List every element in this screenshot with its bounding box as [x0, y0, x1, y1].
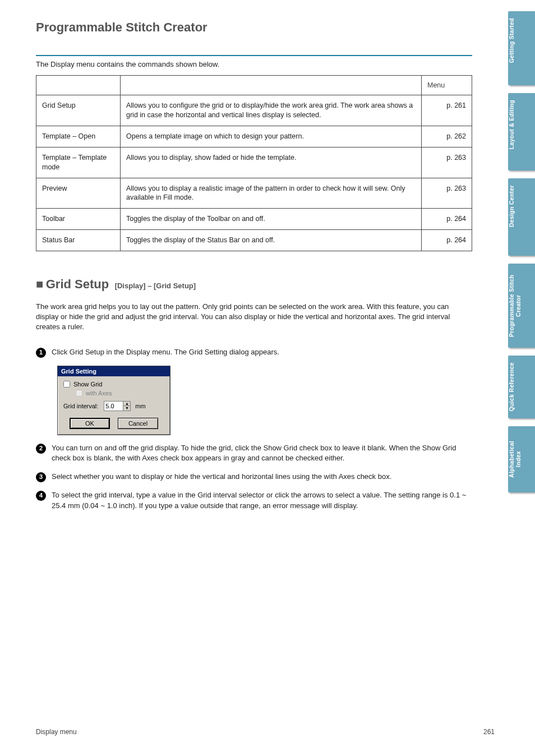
- side-tab-label: Alphabetical Index: [508, 426, 522, 492]
- cell-page: p. 264: [422, 209, 472, 230]
- side-tab[interactable]: Quick Reference: [508, 356, 535, 418]
- section-anchor: ■: [36, 277, 43, 291]
- table-row: PreviewAllows you to display a realistic…: [36, 178, 472, 209]
- checkbox-icon[interactable]: [63, 381, 70, 388]
- interval-label: Grid interval:: [63, 403, 98, 409]
- th-blank2: [121, 76, 422, 95]
- th-blank1: [36, 76, 121, 95]
- interval-spinner[interactable]: ▲ ▼: [104, 401, 131, 411]
- title-rule: [36, 55, 472, 56]
- side-tab-label: Layout & Editing: [508, 93, 515, 156]
- step-bullet: 1: [36, 348, 46, 358]
- side-tab-label: Getting Started: [508, 11, 515, 70]
- step-4: 4 To select the grid interval, type a va…: [36, 490, 472, 511]
- step-text: To select the grid interval, type a valu…: [52, 490, 472, 511]
- side-tab-label: Quick Reference: [508, 356, 515, 418]
- side-tab[interactable]: Getting Started: [508, 11, 535, 85]
- spin-up-icon[interactable]: ▲: [123, 402, 130, 406]
- show-grid-checkbox[interactable]: Show Grid: [63, 381, 164, 388]
- cancel-button[interactable]: Cancel: [118, 418, 158, 429]
- with-axes-checkbox: with Axes: [76, 390, 164, 397]
- side-tabs: Getting StartedLayout & EditingDesign Ce…: [508, 11, 535, 500]
- step-bullet: 2: [36, 444, 46, 454]
- th-menu: Menu: [422, 76, 472, 95]
- table-row: Template – OpenOpens a template image on…: [36, 126, 472, 147]
- cell-name: Template – Template mode: [36, 147, 121, 178]
- step-2: 2 You can turn on and off the grid displ…: [36, 443, 472, 464]
- side-tab[interactable]: Alphabetical Index: [508, 426, 535, 492]
- table-row: Status BarToggles the display of the Sta…: [36, 230, 472, 251]
- cell-desc: Allows you to display a realistic image …: [121, 178, 422, 209]
- cell-page: p. 264: [422, 230, 472, 251]
- cell-desc: Toggles the display of the Toolbar on an…: [121, 209, 422, 230]
- cell-page: p. 263: [422, 178, 472, 209]
- cell-desc: Toggles the display of the Status Bar on…: [121, 230, 422, 251]
- cell-name: Status Bar: [36, 230, 121, 251]
- show-grid-label: Show Grid: [73, 381, 102, 388]
- step-1: 1 Click Grid Setup in the Display menu. …: [36, 347, 472, 358]
- step-3: 3 Select whether you want to display or …: [36, 472, 472, 482]
- dialog-screenshot: Grid Setting Show Grid with Axes Grid in…: [57, 366, 472, 435]
- section-desc: The work area grid helps you to lay out …: [36, 302, 472, 333]
- spin-down-icon[interactable]: ▼: [123, 406, 130, 411]
- interval-input[interactable]: [104, 401, 123, 411]
- cell-desc: Allows you to configure the grid or to d…: [121, 95, 422, 126]
- ok-button[interactable]: OK: [70, 418, 110, 429]
- section-label: Grid Setup: [46, 277, 109, 291]
- cell-page: p. 261: [422, 95, 472, 126]
- table-row: Grid SetupAllows you to configure the gr…: [36, 95, 472, 126]
- footer-right: 261: [483, 728, 495, 736]
- cell-name: Preview: [36, 178, 121, 209]
- section-shortcut: [Display] – [Grid Setup]: [115, 282, 196, 290]
- intro-text: The Display menu contains the commands s…: [36, 59, 472, 70]
- display-menu-table: Menu Grid SetupAllows you to configure t…: [36, 75, 472, 251]
- side-tab[interactable]: Programmable Stitch Creator: [508, 264, 535, 348]
- side-tab[interactable]: Layout & Editing: [508, 93, 535, 170]
- step-text: Select whether you want to display or hi…: [52, 472, 472, 482]
- footer-left: Display menu: [36, 728, 77, 736]
- step-text: Click Grid Setup in the Display menu. Th…: [52, 347, 472, 358]
- side-tab-label: Design Center: [508, 178, 515, 234]
- page-footer: Display menu 261: [36, 728, 495, 736]
- step-bullet: 3: [36, 472, 46, 482]
- cell-desc: Allows you to display, show faded or hid…: [121, 147, 422, 178]
- checkbox-icon: [76, 390, 82, 397]
- step-text: You can turn on and off the grid display…: [52, 443, 472, 464]
- page-title: Programmable Stitch Creator: [36, 20, 472, 35]
- with-axes-label: with Axes: [86, 390, 112, 397]
- steps-list: 1 Click Grid Setup in the Display menu. …: [36, 347, 472, 511]
- grid-interval-row: Grid interval: ▲ ▼ mm: [63, 401, 164, 411]
- interval-unit: mm: [135, 403, 145, 409]
- table-row: ToolbarToggles the display of the Toolba…: [36, 209, 472, 230]
- cell-desc: Opens a template image on which to desig…: [121, 126, 422, 147]
- cell-page: p. 263: [422, 147, 472, 178]
- step-bullet: 4: [36, 491, 46, 501]
- cell-name: Toolbar: [36, 209, 121, 230]
- side-tab[interactable]: Design Center: [508, 178, 535, 256]
- dialog-title: Grid Setting: [58, 366, 170, 376]
- table-row: Template – Template modeAllows you to di…: [36, 147, 472, 178]
- side-tab-label: Programmable Stitch Creator: [508, 264, 522, 348]
- section-header: ■ Grid Setup [Display] – [Grid Setup]: [36, 277, 472, 292]
- cell-page: p. 262: [422, 126, 472, 147]
- cell-name: Template – Open: [36, 126, 121, 147]
- cell-name: Grid Setup: [36, 95, 121, 126]
